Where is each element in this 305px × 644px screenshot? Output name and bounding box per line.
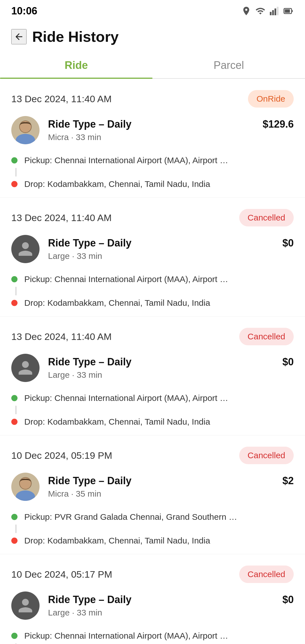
- route-info: Pickup: Chennai International Airport (M…: [11, 153, 294, 192]
- ride-vehicle: Micra · 33 min: [48, 132, 101, 142]
- ride-price: $129.6: [263, 118, 294, 130]
- avatar: [11, 116, 40, 144]
- svg-rect-3: [277, 7, 278, 15]
- location-icon: [241, 6, 251, 16]
- route-info: Pickup: Chennai International Airport (M…: [11, 628, 294, 644]
- ride-header: 13 Dec 2024, 11:40 AM Cancelled: [11, 209, 294, 226]
- drop-dot: [11, 300, 18, 306]
- svg-rect-1: [272, 10, 274, 15]
- svg-rect-5: [285, 9, 290, 13]
- pickup-location: Pickup: Chennai International Airport (M…: [11, 628, 294, 643]
- pickup-dot: [11, 395, 18, 401]
- ride-price: $0: [282, 237, 294, 249]
- avatar: [11, 591, 40, 620]
- header: Ride History: [0, 20, 305, 51]
- ride-info: Ride Type – Daily $129.6 Micra · 33 min: [11, 116, 294, 144]
- pickup-dot: [11, 276, 18, 282]
- ride-item[interactable]: 10 Dec 2024, 05:19 PM Cancelled Ride Typ…: [0, 435, 305, 554]
- svg-point-8: [16, 134, 35, 144]
- drop-text: Drop: Kodambakkam, Chennai, Tamil Nadu, …: [24, 179, 210, 189]
- pickup-text: Pickup: PVR Grand Galada Chennai, Grand …: [24, 512, 237, 522]
- ride-vehicle: Micra · 35 min: [48, 489, 101, 498]
- ride-header: 10 Dec 2024, 05:19 PM Cancelled: [11, 447, 294, 464]
- drop-location: Drop: Kodambakkam, Chennai, Tamil Nadu, …: [11, 414, 294, 429]
- ride-type: Ride Type – Daily: [48, 118, 131, 130]
- ride-vehicle: Large · 33 min: [48, 608, 102, 617]
- person-icon: [17, 241, 34, 257]
- ride-date: 10 Dec 2024, 05:17 PM: [11, 569, 112, 580]
- ride-details: Ride Type – Daily $2 Micra · 35 min: [48, 475, 294, 499]
- pickup-text: Pickup: Chennai International Airport (M…: [24, 631, 228, 641]
- status-icons: [241, 6, 294, 16]
- tab-ride[interactable]: Ride: [0, 51, 152, 78]
- person-icon: [17, 597, 34, 614]
- svg-rect-2: [274, 8, 276, 15]
- drop-location: Drop: Kodambakkam, Chennai, Tamil Nadu, …: [11, 533, 294, 548]
- status-badge: Cancelled: [239, 447, 294, 464]
- pickup-dot: [11, 157, 18, 163]
- pickup-location: Pickup: Chennai International Airport (M…: [11, 272, 294, 287]
- pickup-text: Pickup: Chennai International Airport (M…: [24, 393, 228, 403]
- ride-header: 10 Dec 2024, 05:17 PM Cancelled: [11, 566, 294, 583]
- ride-item[interactable]: 10 Dec 2024, 05:17 PM Cancelled Ride Typ…: [0, 554, 305, 644]
- avatar: [11, 473, 40, 501]
- ride-header: 13 Dec 2024, 11:40 AM OnRide: [11, 90, 294, 108]
- ride-date: 13 Dec 2024, 11:40 AM: [11, 331, 112, 342]
- ride-info: Ride Type – Daily $0 Large · 33 min: [11, 235, 294, 263]
- ride-type: Ride Type – Daily: [48, 475, 131, 487]
- ride-type: Ride Type – Daily: [48, 356, 131, 368]
- ride-header: 13 Dec 2024, 11:40 AM Cancelled: [11, 328, 294, 345]
- drop-location: Drop: Kodambakkam, Chennai, Tamil Nadu, …: [11, 295, 294, 311]
- pickup-text: Pickup: Chennai International Airport (M…: [24, 274, 228, 284]
- status-time: 10:06: [11, 5, 37, 17]
- tab-parcel[interactable]: Parcel: [152, 51, 305, 78]
- pickup-location: Pickup: PVR Grand Galada Chennai, Grand …: [11, 509, 294, 525]
- pickup-location: Pickup: Chennai International Airport (M…: [11, 390, 294, 406]
- avatar-image: [11, 473, 40, 501]
- wifi-icon: [255, 6, 265, 16]
- ride-info: Ride Type – Daily $2 Micra · 35 min: [11, 473, 294, 501]
- ride-item[interactable]: 13 Dec 2024, 11:40 AM Cancelled Ride Typ…: [0, 316, 305, 435]
- avatar: [11, 235, 40, 263]
- status-badge: Cancelled: [239, 209, 294, 226]
- status-bar: 10:06: [0, 0, 305, 20]
- drop-dot: [11, 181, 18, 187]
- avatar-image: [11, 116, 40, 144]
- route-info: Pickup: PVR Grand Galada Chennai, Grand …: [11, 509, 294, 548]
- status-badge: Cancelled: [239, 328, 294, 345]
- ride-price: $2: [282, 475, 294, 487]
- ride-date: 13 Dec 2024, 11:40 AM: [11, 212, 112, 223]
- page-title: Ride History: [32, 28, 119, 45]
- ride-item[interactable]: 13 Dec 2024, 11:40 AM OnRide Ride Type –…: [0, 79, 305, 198]
- pickup-text: Pickup: Chennai International Airport (M…: [24, 156, 228, 165]
- ride-item[interactable]: 13 Dec 2024, 11:40 AM Cancelled Ride Typ…: [0, 198, 305, 316]
- pickup-location: Pickup: Chennai International Airport (M…: [11, 153, 294, 168]
- back-button[interactable]: [11, 29, 27, 44]
- ride-date: 13 Dec 2024, 11:40 AM: [11, 93, 112, 104]
- ride-info: Ride Type – Daily $0 Large · 33 min: [11, 354, 294, 382]
- drop-text: Drop: Kodambakkam, Chennai, Tamil Nadu, …: [24, 417, 210, 427]
- drop-location: Drop: Kodambakkam, Chennai, Tamil Nadu, …: [11, 176, 294, 192]
- svg-point-11: [16, 490, 35, 501]
- person-icon: [17, 359, 34, 376]
- pickup-dot: [11, 633, 18, 639]
- svg-rect-6: [292, 10, 293, 12]
- ride-details: Ride Type – Daily $0 Large · 33 min: [48, 356, 294, 380]
- route-info: Pickup: Chennai International Airport (M…: [11, 390, 294, 429]
- pickup-dot: [11, 514, 18, 520]
- ride-info: Ride Type – Daily $0 Large · 33 min: [11, 591, 294, 620]
- ride-date: 10 Dec 2024, 05:19 PM: [11, 450, 112, 461]
- drop-text: Drop: Kodambakkam, Chennai, Tamil Nadu, …: [24, 536, 210, 545]
- drop-text: Drop: Kodambakkam, Chennai, Tamil Nadu, …: [24, 298, 210, 308]
- svg-rect-0: [270, 12, 272, 15]
- ride-details: Ride Type – Daily $129.6 Micra · 33 min: [48, 118, 294, 142]
- drop-dot: [11, 538, 18, 544]
- status-badge: Cancelled: [239, 566, 294, 583]
- tabs: Ride Parcel: [0, 51, 305, 79]
- signal-icon: [269, 6, 280, 16]
- ride-price: $0: [282, 356, 294, 368]
- drop-dot: [11, 419, 18, 425]
- avatar: [11, 354, 40, 382]
- ride-type: Ride Type – Daily: [48, 237, 131, 249]
- ride-vehicle: Large · 33 min: [48, 370, 102, 379]
